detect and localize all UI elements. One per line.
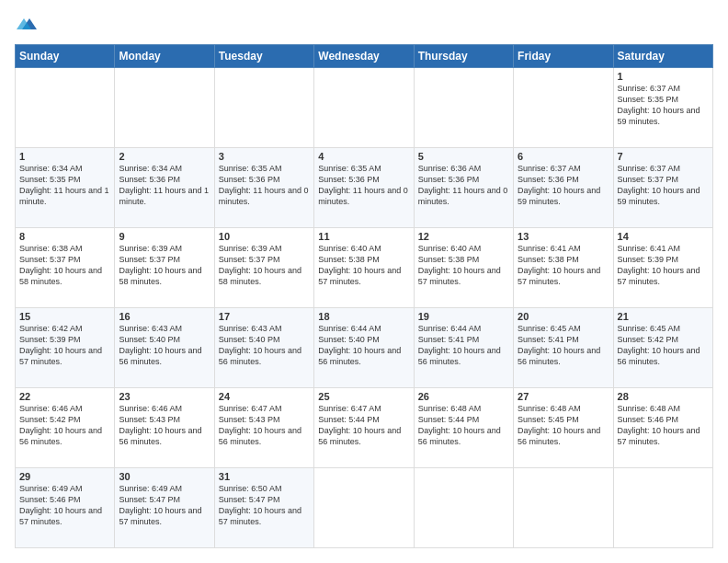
day-info: Sunrise: 6:37 AMSunset: 5:36 PMDaylight:…	[518, 163, 609, 208]
calendar-cell	[314, 468, 414, 548]
day-number: 2	[119, 151, 210, 162]
calendar-cell: 20Sunrise: 6:45 AMSunset: 5:41 PMDayligh…	[514, 308, 613, 388]
day-number: 30	[119, 471, 210, 482]
calendar-cell: 6Sunrise: 6:37 AMSunset: 5:36 PMDaylight…	[514, 148, 613, 228]
day-number: 27	[518, 391, 609, 402]
day-number: 31	[219, 471, 310, 482]
calendar-cell	[314, 68, 414, 148]
day-number: 4	[318, 151, 409, 162]
calendar-week-5: 22Sunrise: 6:46 AMSunset: 5:42 PMDayligh…	[16, 388, 713, 468]
day-number: 14	[618, 231, 709, 242]
day-info: Sunrise: 6:39 AMSunset: 5:37 PMDaylight:…	[119, 243, 210, 288]
calendar-cell: 24Sunrise: 6:47 AMSunset: 5:43 PMDayligh…	[214, 388, 313, 468]
calendar-cell: 3Sunrise: 6:35 AMSunset: 5:36 PMDaylight…	[214, 148, 313, 228]
calendar-cell	[115, 68, 214, 148]
day-number: 12	[418, 231, 509, 242]
day-number: 6	[518, 151, 609, 162]
day-number: 5	[418, 151, 509, 162]
calendar-cell: 28Sunrise: 6:48 AMSunset: 5:46 PMDayligh…	[613, 388, 712, 468]
calendar-cell: 9Sunrise: 6:39 AMSunset: 5:37 PMDaylight…	[115, 228, 214, 308]
logo	[15, 15, 37, 35]
day-number: 11	[318, 231, 409, 242]
day-number: 29	[19, 471, 110, 482]
calendar-cell: 10Sunrise: 6:39 AMSunset: 5:37 PMDayligh…	[214, 228, 313, 308]
calendar-cell: 18Sunrise: 6:44 AMSunset: 5:40 PMDayligh…	[314, 308, 414, 388]
day-info: Sunrise: 6:47 AMSunset: 5:43 PMDaylight:…	[219, 403, 310, 448]
day-info: Sunrise: 6:37 AMSunset: 5:35 PMDaylight:…	[618, 83, 709, 128]
column-header-saturday: Saturday	[613, 45, 712, 68]
day-info: Sunrise: 6:35 AMSunset: 5:36 PMDaylight:…	[219, 163, 310, 208]
calendar-week-1: 1Sunrise: 6:37 AMSunset: 5:35 PMDaylight…	[16, 68, 713, 148]
calendar-week-3: 8Sunrise: 6:38 AMSunset: 5:37 PMDaylight…	[16, 228, 713, 308]
day-info: Sunrise: 6:36 AMSunset: 5:36 PMDaylight:…	[418, 163, 509, 208]
day-info: Sunrise: 6:44 AMSunset: 5:40 PMDaylight:…	[318, 323, 409, 368]
day-number: 20	[518, 311, 609, 322]
column-header-friday: Friday	[514, 45, 613, 68]
day-info: Sunrise: 6:39 AMSunset: 5:37 PMDaylight:…	[219, 243, 310, 288]
day-number: 10	[219, 231, 310, 242]
calendar-cell	[514, 468, 613, 548]
day-number: 7	[618, 151, 709, 162]
day-info: Sunrise: 6:37 AMSunset: 5:37 PMDaylight:…	[618, 163, 709, 208]
calendar-cell: 1Sunrise: 6:34 AMSunset: 5:35 PMDaylight…	[16, 148, 115, 228]
calendar-cell: 1Sunrise: 6:37 AMSunset: 5:35 PMDaylight…	[613, 68, 712, 148]
day-info: Sunrise: 6:46 AMSunset: 5:43 PMDaylight:…	[119, 403, 210, 448]
day-number: 1	[19, 151, 110, 162]
calendar-cell: 29Sunrise: 6:49 AMSunset: 5:46 PMDayligh…	[16, 468, 115, 548]
day-number: 28	[618, 391, 709, 402]
header	[15, 15, 713, 35]
day-info: Sunrise: 6:47 AMSunset: 5:44 PMDaylight:…	[318, 403, 409, 448]
day-number: 24	[219, 391, 310, 402]
logo-icon	[17, 15, 37, 35]
calendar-cell: 16Sunrise: 6:43 AMSunset: 5:40 PMDayligh…	[115, 308, 214, 388]
day-number: 22	[19, 391, 110, 402]
day-number: 1	[618, 71, 709, 82]
calendar-cell: 25Sunrise: 6:47 AMSunset: 5:44 PMDayligh…	[314, 388, 414, 468]
calendar-cell	[613, 468, 712, 548]
day-number: 8	[19, 231, 110, 242]
column-header-wednesday: Wednesday	[314, 45, 414, 68]
calendar-cell: 8Sunrise: 6:38 AMSunset: 5:37 PMDaylight…	[16, 228, 115, 308]
day-info: Sunrise: 6:45 AMSunset: 5:42 PMDaylight:…	[618, 323, 709, 368]
day-info: Sunrise: 6:48 AMSunset: 5:46 PMDaylight:…	[618, 403, 709, 448]
calendar-week-6: 29Sunrise: 6:49 AMSunset: 5:46 PMDayligh…	[16, 468, 713, 548]
calendar-cell	[414, 68, 513, 148]
calendar-cell: 26Sunrise: 6:48 AMSunset: 5:44 PMDayligh…	[414, 388, 513, 468]
calendar-header-row: SundayMondayTuesdayWednesdayThursdayFrid…	[16, 45, 713, 68]
day-info: Sunrise: 6:48 AMSunset: 5:44 PMDaylight:…	[418, 403, 509, 448]
calendar-cell: 22Sunrise: 6:46 AMSunset: 5:42 PMDayligh…	[16, 388, 115, 468]
day-info: Sunrise: 6:34 AMSunset: 5:35 PMDaylight:…	[19, 163, 110, 208]
calendar-table: SundayMondayTuesdayWednesdayThursdayFrid…	[15, 44, 713, 548]
calendar-cell: 4Sunrise: 6:35 AMSunset: 5:36 PMDaylight…	[314, 148, 414, 228]
column-header-tuesday: Tuesday	[214, 45, 313, 68]
day-info: Sunrise: 6:49 AMSunset: 5:46 PMDaylight:…	[19, 483, 110, 528]
calendar-cell: 21Sunrise: 6:45 AMSunset: 5:42 PMDayligh…	[613, 308, 712, 388]
day-number: 15	[19, 311, 110, 322]
calendar-cell: 13Sunrise: 6:41 AMSunset: 5:38 PMDayligh…	[514, 228, 613, 308]
day-info: Sunrise: 6:40 AMSunset: 5:38 PMDaylight:…	[418, 243, 509, 288]
day-info: Sunrise: 6:42 AMSunset: 5:39 PMDaylight:…	[19, 323, 110, 368]
column-header-thursday: Thursday	[414, 45, 513, 68]
day-info: Sunrise: 6:40 AMSunset: 5:38 PMDaylight:…	[318, 243, 409, 288]
calendar-cell: 7Sunrise: 6:37 AMSunset: 5:37 PMDaylight…	[613, 148, 712, 228]
calendar-cell	[414, 468, 513, 548]
calendar-cell: 11Sunrise: 6:40 AMSunset: 5:38 PMDayligh…	[314, 228, 414, 308]
calendar-cell	[214, 68, 313, 148]
day-info: Sunrise: 6:35 AMSunset: 5:36 PMDaylight:…	[318, 163, 409, 208]
day-info: Sunrise: 6:50 AMSunset: 5:47 PMDaylight:…	[219, 483, 310, 528]
day-info: Sunrise: 6:43 AMSunset: 5:40 PMDaylight:…	[119, 323, 210, 368]
calendar-cell: 12Sunrise: 6:40 AMSunset: 5:38 PMDayligh…	[414, 228, 513, 308]
day-number: 26	[418, 391, 509, 402]
day-info: Sunrise: 6:48 AMSunset: 5:45 PMDaylight:…	[518, 403, 609, 448]
day-number: 17	[219, 311, 310, 322]
calendar-cell: 17Sunrise: 6:43 AMSunset: 5:40 PMDayligh…	[214, 308, 313, 388]
calendar-cell	[514, 68, 613, 148]
calendar-cell: 31Sunrise: 6:50 AMSunset: 5:47 PMDayligh…	[214, 468, 313, 548]
day-info: Sunrise: 6:49 AMSunset: 5:47 PMDaylight:…	[119, 483, 210, 528]
day-info: Sunrise: 6:44 AMSunset: 5:41 PMDaylight:…	[418, 323, 509, 368]
day-info: Sunrise: 6:41 AMSunset: 5:38 PMDaylight:…	[518, 243, 609, 288]
calendar-cell: 19Sunrise: 6:44 AMSunset: 5:41 PMDayligh…	[414, 308, 513, 388]
day-number: 9	[119, 231, 210, 242]
day-number: 13	[518, 231, 609, 242]
day-info: Sunrise: 6:46 AMSunset: 5:42 PMDaylight:…	[19, 403, 110, 448]
